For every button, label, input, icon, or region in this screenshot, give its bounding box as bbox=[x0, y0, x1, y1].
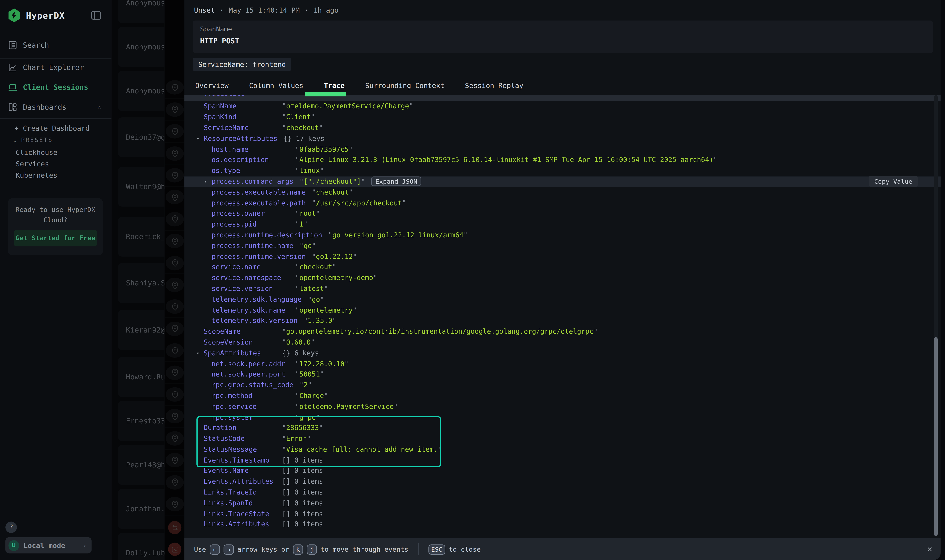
trace-attribute-row[interactable]: ▾ResourceAttributes{} 17 keys bbox=[184, 133, 941, 144]
trace-attribute-row[interactable]: StatusCode"Error" bbox=[184, 434, 941, 444]
trace-attribute-row[interactable]: StatusMessage"Visa cache full: cannot ad… bbox=[184, 444, 941, 455]
trace-attribute-row[interactable]: Events.Name[] 0 items bbox=[184, 466, 941, 476]
timeline-event-pin[interactable] bbox=[165, 209, 184, 231]
trace-attribute-row[interactable]: ▾SpanAttributes{} 6 keys bbox=[184, 348, 941, 358]
sidebar-collapse-icon[interactable] bbox=[91, 11, 101, 20]
preset-dashboard-kubernetes[interactable]: Kubernetes bbox=[16, 171, 57, 180]
presets-section-label[interactable]: ⌄PRESETS bbox=[13, 137, 53, 143]
trace-attribute-row[interactable]: SpanKind"Client" bbox=[184, 112, 941, 123]
trace-attribute-row[interactable]: process.runtime.description"go version g… bbox=[184, 230, 941, 240]
span-name-label: SpanName bbox=[200, 25, 926, 33]
trace-attribute-row[interactable]: Events.Timestamp[] 0 items bbox=[184, 455, 941, 465]
get-started-button[interactable]: Get Started for Free bbox=[14, 230, 97, 246]
trace-attribute-row[interactable]: telemetry.sdk.language"go" bbox=[184, 294, 941, 305]
timeline-event-pin[interactable] bbox=[165, 318, 184, 340]
trace-attribute-row[interactable]: ScopeVersion"0.60.0" bbox=[184, 337, 941, 348]
sidebar-item-dashboards[interactable]: Dashboards bbox=[8, 102, 66, 112]
scrollbar-thumb[interactable] bbox=[934, 337, 937, 536]
create-dashboard-button[interactable]: + Create Dashboard bbox=[15, 124, 89, 132]
timeline-event-pin[interactable] bbox=[165, 384, 184, 406]
timeline-event-pin[interactable] bbox=[165, 99, 184, 121]
trace-attribute-row[interactable]: telemetry.sdk.name"opentelemetry" bbox=[184, 305, 941, 315]
attribute-value: "go version go1.22.12 linux/arm64" bbox=[328, 231, 468, 239]
trace-attribute-row[interactable]: process.executable.name"checkout" bbox=[184, 187, 941, 198]
preset-dashboard-services[interactable]: Services bbox=[16, 160, 49, 168]
trace-attribute-row[interactable]: process.runtime.version"go1.22.12" bbox=[184, 251, 941, 262]
collapse-caret-icon[interactable]: ▾ bbox=[196, 136, 203, 142]
tab-surrounding-context[interactable]: Surrounding Context bbox=[355, 76, 455, 95]
trace-attribute-row[interactable]: ServiceName"checkout" bbox=[184, 123, 941, 133]
timeline-event-pin[interactable] bbox=[165, 406, 184, 428]
trace-attribute-row[interactable]: os.description"Alpine Linux 3.21.3 (Linu… bbox=[184, 155, 941, 166]
timeline-terminal-event[interactable] bbox=[168, 543, 181, 556]
timeline-event-pin[interactable] bbox=[165, 340, 184, 362]
expand-json-button[interactable]: Expand JSON bbox=[371, 177, 421, 186]
timeline-event-pin[interactable] bbox=[165, 274, 184, 296]
timeline-event-pin[interactable] bbox=[165, 186, 184, 209]
trace-attribute-row[interactable]: ▸process.command_args"["./checkout"]"Exp… bbox=[184, 176, 941, 187]
timeline-event-pin[interactable] bbox=[165, 143, 184, 165]
trace-attribute-row[interactable]: Links.SpanId[] 0 items bbox=[184, 498, 941, 508]
expand-caret-icon[interactable]: ▸ bbox=[204, 179, 211, 184]
logo[interactable]: HyperDX bbox=[8, 9, 65, 22]
trace-attribute-row[interactable]: ScopeName"go.opentelemetry.io/contrib/in… bbox=[184, 326, 941, 337]
trace-attribute-row[interactable]: net.sock.peer.port"50051" bbox=[184, 369, 941, 380]
arrow-right-key: → bbox=[224, 544, 234, 554]
trace-attribute-row[interactable]: service.version"latest" bbox=[184, 283, 941, 294]
help-button[interactable]: ? bbox=[5, 522, 17, 533]
map-pin-icon bbox=[170, 368, 179, 377]
trace-attribute-row[interactable]: Links.Attributes[] 0 items bbox=[184, 519, 941, 530]
trace-attribute-row[interactable]: rpc.service"oteldemo.PaymentService" bbox=[184, 401, 941, 412]
timeline-event-pin[interactable] bbox=[165, 428, 184, 449]
trace-attribute-row[interactable]: Links.TraceState[] 0 items bbox=[184, 508, 941, 519]
tab-column-values[interactable]: Column Values bbox=[239, 76, 313, 95]
map-pin-icon bbox=[170, 412, 179, 421]
timeline-event-pin[interactable] bbox=[165, 77, 184, 99]
timeline-event-pin[interactable] bbox=[165, 165, 184, 186]
sidebar: HyperDX SearchChart ExplorerClient Sessi… bbox=[0, 0, 111, 560]
trace-attribute-row[interactable]: process.executable.path"/usr/src/app/che… bbox=[184, 198, 941, 208]
timeline-event-pin[interactable] bbox=[165, 494, 184, 515]
timeline-swap-arrows-event[interactable] bbox=[168, 521, 181, 534]
service-name-chip[interactable]: ServiceName: frontend bbox=[193, 58, 291, 71]
copy-value-button[interactable]: Copy Value bbox=[869, 175, 918, 186]
trace-attribute-row[interactable]: service.name"checkout" bbox=[184, 262, 941, 272]
trace-attribute-row[interactable]: Duration"28656333" bbox=[184, 423, 941, 434]
trace-attribute-row[interactable]: SpanName"oteldemo.PaymentService/Charge" bbox=[184, 101, 941, 112]
trace-attribute-row[interactable]: host.name"0faab73597c5" bbox=[184, 144, 941, 155]
attribute-key: process.pid bbox=[211, 220, 295, 228]
map-pin-icon bbox=[170, 127, 179, 136]
timeline-event-pin[interactable] bbox=[165, 472, 184, 494]
timeline-event-pin[interactable] bbox=[165, 449, 184, 471]
trace-attribute-row[interactable]: TraceState bbox=[184, 95, 941, 101]
timeline-event-pin[interactable] bbox=[165, 362, 184, 384]
timeline-event-pin[interactable] bbox=[165, 121, 184, 143]
timeline-event-pin[interactable] bbox=[165, 296, 184, 318]
local-mode-menu[interactable]: U Local mode › bbox=[5, 537, 91, 554]
trace-attribute-row[interactable]: process.owner"root" bbox=[184, 208, 941, 219]
trace-attribute-row[interactable]: service.namespace"opentelemetry-demo" bbox=[184, 272, 941, 283]
trace-attribute-row[interactable]: net.sock.peer.addr"172.28.0.10" bbox=[184, 358, 941, 369]
trace-attribute-row[interactable]: rpc.system"grpc" bbox=[184, 412, 941, 423]
collapse-caret-icon[interactable]: ▾ bbox=[196, 350, 203, 356]
attribute-meta: [] 0 items bbox=[282, 467, 323, 475]
preset-dashboard-clickhouse[interactable]: Clickhouse bbox=[16, 148, 57, 157]
hyperdx-logo-icon bbox=[8, 9, 20, 22]
sidebar-item-chart-explorer[interactable]: Chart Explorer bbox=[8, 62, 84, 73]
trace-attribute-row[interactable]: telemetry.sdk.version"1.35.0" bbox=[184, 315, 941, 326]
trace-attribute-row[interactable]: rpc.grpc.status_code"2" bbox=[184, 380, 941, 391]
close-icon[interactable]: ✕ bbox=[927, 544, 932, 554]
sidebar-item-client-sessions[interactable]: Client Sessions bbox=[8, 82, 88, 93]
timeline-event-pin[interactable] bbox=[165, 231, 184, 252]
sidebar-item-search[interactable]: Search bbox=[8, 40, 49, 51]
trace-attribute-row[interactable]: process.runtime.name"go" bbox=[184, 240, 941, 251]
tab-session-replay[interactable]: Session Replay bbox=[455, 76, 533, 95]
trace-attribute-row[interactable]: process.pid"1" bbox=[184, 219, 941, 230]
trace-attribute-row[interactable]: Links.TraceId[] 0 items bbox=[184, 487, 941, 498]
timeline-event-pin[interactable] bbox=[165, 252, 184, 274]
trace-attribute-row[interactable]: Events.Attributes[] 0 items bbox=[184, 476, 941, 487]
swap-arrows-icon bbox=[171, 523, 179, 531]
tab-overview[interactable]: Overview bbox=[185, 76, 239, 95]
trace-attribute-row[interactable]: os.type"linux" bbox=[184, 166, 941, 176]
trace-attribute-row[interactable]: rpc.method"Charge" bbox=[184, 391, 941, 401]
